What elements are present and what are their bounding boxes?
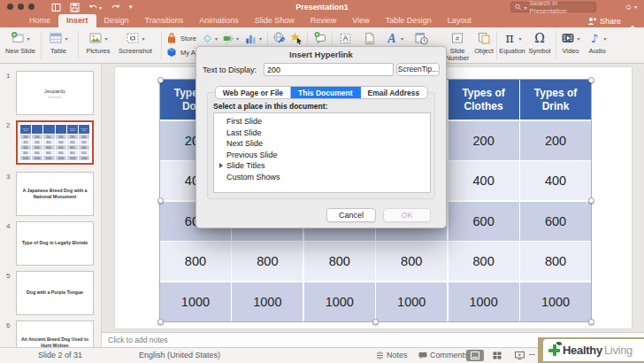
new-slide-button[interactable]: ▾ New Slide <box>4 30 37 55</box>
text-box-icon: A <box>339 32 352 45</box>
feedback-button[interactable]: ☺▾ <box>625 3 637 12</box>
table-cell[interactable]: 1000 <box>304 282 375 321</box>
video-button[interactable]: ▾ Video <box>559 30 582 55</box>
slide-thumbnail-5[interactable]: 5 Dog with a Purple Tongue <box>0 271 102 319</box>
object-button[interactable]: Object <box>473 30 494 55</box>
slide-thumbnail-4[interactable]: 4 Type of Dog in Legally Blonde <box>0 221 102 269</box>
smartart-button[interactable]: ▾ <box>222 30 239 46</box>
table-cell[interactable]: 800 <box>232 242 303 281</box>
search-scope-arrow-icon[interactable]: ▾ <box>524 4 526 11</box>
slide-thumbnail-1[interactable]: 1 Jeopardy <box>0 71 102 119</box>
document-places-list[interactable]: First Slide Last Slide Next Slide Previo… <box>213 112 431 193</box>
symbol-icon: Ω <box>533 31 547 45</box>
text-to-display-input[interactable] <box>264 63 394 76</box>
text-box-button[interactable]: A <box>338 30 353 46</box>
ribbon-tab[interactable]: Slide Show <box>247 14 303 27</box>
document-place-item[interactable]: First Slide <box>214 116 430 127</box>
screenshot-button[interactable]: ▾ Screenshot <box>115 30 156 55</box>
slide-thumbnail-3[interactable]: 3 A Japanese Breed Dog with a National M… <box>0 172 102 220</box>
zoom-out-button[interactable]: – <box>529 347 535 362</box>
thumb-table-cell: 200 <box>67 135 78 139</box>
table-resize-handle[interactable] <box>588 197 594 204</box>
slide-thumbnail-6[interactable]: 6 An Ancient Breed Dog Used to Hunt Wolv… <box>0 321 102 347</box>
collapse-ribbon-button[interactable] <box>629 18 636 34</box>
table-cell[interactable]: 800 <box>448 242 519 281</box>
ribbon-tab[interactable]: Layout <box>440 14 479 27</box>
symbol-button[interactable]: Ω Symbol <box>527 30 552 55</box>
thumb-text: A Japanese Breed Dog with a National Mon… <box>19 188 90 200</box>
ribbon-tab[interactable]: Design <box>96 14 137 27</box>
cancel-button[interactable]: Cancel <box>326 208 376 222</box>
table-cell[interactable]: 1000 <box>520 282 591 321</box>
search-input[interactable]: ▾ Search in Presentation <box>510 2 596 12</box>
ribbon-tab[interactable]: Insert <box>58 14 96 27</box>
language-indicator[interactable]: English (United States) <box>139 348 220 363</box>
action-button[interactable] <box>288 30 303 46</box>
store-icon <box>166 33 177 44</box>
table-cell[interactable]: 800 <box>376 242 447 281</box>
header-footer-button[interactable] <box>362 30 377 46</box>
table-header-cell[interactable]: Types of Clothes <box>448 80 519 120</box>
table-resize-handle[interactable] <box>157 319 164 325</box>
table-cell[interactable]: 400 <box>520 161 591 200</box>
pictures-button[interactable]: ▾ Pictures <box>83 30 113 55</box>
normal-view-button[interactable] <box>466 350 484 361</box>
table-cell[interactable]: 800 <box>304 242 375 281</box>
table-cell[interactable]: 600 <box>520 202 591 241</box>
svg-text:A: A <box>387 32 395 45</box>
table-button[interactable]: ▾ Table <box>44 30 73 55</box>
ribbon-tab[interactable]: View <box>344 14 377 27</box>
share-button[interactable]: Share <box>587 14 621 27</box>
table-cell[interactable]: 600 <box>448 202 519 241</box>
ribbon-tab[interactable]: Transitions <box>137 14 192 27</box>
chart-button[interactable]: ▾ <box>244 30 262 46</box>
ribbon-tab[interactable]: Animations <box>191 14 247 27</box>
insert-hyperlink-dialog: Insert Hyperlink Text to Display: Screen… <box>196 46 447 228</box>
ribbon-tab[interactable]: Table Design <box>378 14 440 27</box>
search-placeholder: Search in Presentation <box>529 0 592 15</box>
table-cell[interactable]: 200 <box>448 121 519 160</box>
hyperlink-icon <box>272 31 287 45</box>
table-cell[interactable]: 1000 <box>448 282 519 321</box>
new-comment-button[interactable] <box>312 30 327 46</box>
table-cell[interactable]: 400 <box>448 161 519 200</box>
table-resize-handle[interactable] <box>588 319 594 325</box>
wordart-button[interactable]: A▾ <box>383 30 405 46</box>
document-place-item[interactable]: Custom Shows <box>214 172 430 183</box>
slide-thumbnail-2[interactable]: 2 Types of DogsTypes of ClothesTypes of … <box>0 120 102 168</box>
audio-button[interactable]: ♪▾ Audio <box>586 30 609 55</box>
table-cell[interactable]: 800 <box>520 242 591 281</box>
table-resize-handle[interactable] <box>588 77 594 83</box>
notes-toggle-button[interactable]: Notes <box>376 348 408 363</box>
svg-text:π: π <box>506 31 514 45</box>
screentip-button[interactable]: ScreenTip... <box>396 63 440 76</box>
slide-number-button[interactable]: # Slide Number <box>442 30 472 62</box>
document-place-item[interactable]: Previous Slide <box>214 150 430 161</box>
equation-button[interactable]: π▾ Equation <box>499 30 525 55</box>
disclosure-triangle-icon[interactable] <box>219 163 223 168</box>
dialog-tab[interactable]: Web Page or File <box>216 87 291 98</box>
table-cell[interactable]: 800 <box>160 242 231 281</box>
ribbon-tab[interactable]: Review <box>303 14 345 27</box>
ok-button[interactable]: OK <box>383 208 431 222</box>
document-place-item[interactable]: Next Slide <box>214 138 430 150</box>
table-header-cell[interactable]: Types of Drink <box>520 80 591 120</box>
table-cell[interactable]: 200 <box>520 121 591 160</box>
date-time-button[interactable] <box>413 30 429 46</box>
table-cell[interactable]: 1000 <box>232 282 303 321</box>
shapes-button[interactable]: ▾ <box>202 30 218 46</box>
table-resize-handle[interactable] <box>372 319 379 325</box>
table-resize-handle[interactable] <box>157 77 164 83</box>
dialog-tab[interactable]: Email Address <box>361 87 427 98</box>
slideshow-view-button[interactable] <box>510 350 528 361</box>
document-place-item[interactable]: Slide Titles <box>214 160 430 172</box>
table-cell[interactable]: 1000 <box>376 282 447 321</box>
document-place-item[interactable]: Last Slide <box>214 127 430 139</box>
comments-toggle-button[interactable]: Comments <box>418 348 469 363</box>
slide-sorter-view-button[interactable] <box>488 350 506 361</box>
table-resize-handle[interactable] <box>157 197 164 204</box>
ribbon-tab[interactable]: Home <box>21 14 58 27</box>
dialog-tab[interactable]: This Document <box>291 87 360 98</box>
table-cell[interactable]: 1000 <box>160 282 231 321</box>
hyperlink-button[interactable] <box>272 30 287 46</box>
